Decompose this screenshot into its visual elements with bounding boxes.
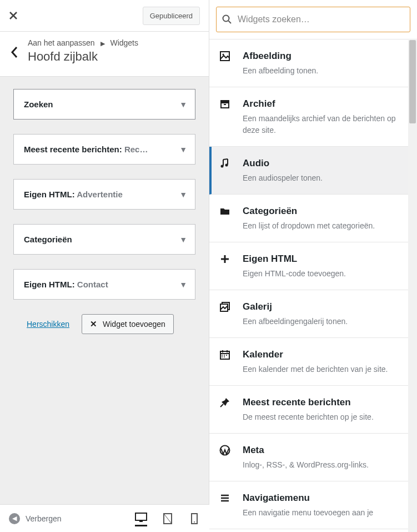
- widget-description: Een afbeelding tonen.: [243, 65, 408, 77]
- svg-point-11: [221, 165, 224, 168]
- breadcrumb-root: Aan het aanpassen: [28, 38, 95, 47]
- device-preview-toggles: [135, 511, 200, 526]
- svg-rect-1: [139, 521, 143, 522]
- collapse-icon: ◀: [9, 513, 20, 524]
- widget-title: Galerij: [243, 301, 408, 312]
- available-widgets-panel: AfbeeldingEen afbeelding tonen.ArchiefEe…: [209, 0, 417, 532]
- top-bar: Gepubliceerd: [0, 0, 209, 32]
- collapse-label: Verbergen: [26, 514, 62, 523]
- widget-item[interactable]: Eigen HTML: Contact ▼: [13, 269, 195, 300]
- calendar-icon: [219, 349, 232, 361]
- widget-title: Meest recente berichten: [243, 397, 408, 408]
- chevron-down-icon: ▼: [179, 235, 187, 244]
- menu-icon: [219, 493, 232, 505]
- available-widget-item[interactable]: Meest recente berichtenDe meest recente …: [209, 386, 417, 434]
- widget-title: Meta: [243, 445, 408, 456]
- widget-name: Eigen HTML: [24, 190, 72, 199]
- widget-description: Een afbeeldingengalerij tonen.: [243, 316, 408, 327]
- widget-title: Kalender: [243, 349, 408, 360]
- close-icon: [9, 11, 18, 20]
- widget-list: Zoeken ▼ Meest recente berichten: Rec… ▼…: [0, 77, 209, 532]
- available-widget-item[interactable]: GalerijEen afbeeldingengalerij tonen.: [209, 290, 417, 338]
- widget-item[interactable]: Meest recente berichten: Rec… ▼: [13, 134, 195, 165]
- add-widget-button[interactable]: ✕ Widget toevoegen: [82, 314, 174, 334]
- widget-description: Eigen HTML-code toevoegen.: [243, 268, 408, 280]
- back-button[interactable]: [1, 37, 28, 67]
- widget-description: Inlog-, RSS-, & WordPress.org-links.: [243, 459, 408, 471]
- widget-sub: Advertentie: [77, 190, 123, 199]
- scrollbar-thumb[interactable]: [409, 40, 416, 123]
- widget-description: Een navigatie menu toevoegen aan je: [243, 507, 408, 519]
- collapse-button[interactable]: ◀ Verbergen: [9, 513, 62, 524]
- available-widget-item[interactable]: CategorieënEen lijst of dropdown met cat…: [209, 195, 417, 242]
- customizer-sidebar: Gepubliceerd Aan het aanpassen ▶ Widgets…: [0, 0, 209, 532]
- publish-status[interactable]: Gepubliceerd: [143, 7, 200, 25]
- svg-point-4: [194, 521, 195, 523]
- available-widget-item[interactable]: AfbeeldingEen afbeelding tonen.: [209, 39, 417, 87]
- widget-description: Een maandelijks archief van de berichten…: [243, 113, 408, 136]
- footer-bar: ◀ Verbergen: [0, 504, 209, 532]
- chevron-down-icon: ▼: [179, 280, 187, 289]
- widget-name: Meest recente berichten: [24, 145, 119, 154]
- available-widget-item[interactable]: Eigen HTMLEigen HTML-code toevoegen.: [209, 242, 417, 290]
- widget-name: Categorieën: [24, 235, 72, 244]
- svg-rect-10: [224, 104, 226, 105]
- widget-name: Eigen HTML: [24, 280, 72, 289]
- chevron-left-icon: [11, 46, 18, 58]
- search-icon: [222, 14, 232, 24]
- reorder-button[interactable]: Herschikken: [27, 320, 69, 329]
- widget-item[interactable]: Categorieën ▼: [13, 224, 195, 255]
- widget-title: Archief: [243, 98, 408, 110]
- widget-description: De meest recente berichten op je site.: [243, 411, 408, 423]
- mobile-icon: [191, 513, 198, 524]
- close-button[interactable]: [0, 0, 27, 32]
- widget-sub: Rec…: [124, 145, 148, 154]
- svg-rect-9: [221, 103, 229, 108]
- chevron-down-icon: ▼: [179, 190, 187, 199]
- tablet-icon: [163, 513, 172, 524]
- wordpress-icon: [219, 445, 232, 457]
- widget-description: Een lijst of dropdown met categorieën.: [243, 220, 408, 232]
- device-mobile-button[interactable]: [188, 511, 200, 526]
- desktop-icon: [135, 513, 147, 523]
- chevron-down-icon: ▼: [179, 145, 187, 154]
- widget-title: Navigatiemenu: [243, 493, 408, 504]
- folder-icon: [219, 206, 232, 218]
- scrollbar[interactable]: [408, 40, 417, 532]
- widget-description: Een audiospeler tonen.: [243, 172, 408, 184]
- widget-sub: Contact: [77, 280, 108, 289]
- widget-title: Eigen HTML: [243, 253, 408, 265]
- device-desktop-button[interactable]: [135, 511, 147, 526]
- chevron-down-icon: ▼: [179, 100, 187, 109]
- svg-point-12: [225, 164, 228, 167]
- widget-catalog: AfbeeldingEen afbeelding tonen.ArchiefEe…: [209, 39, 417, 531]
- search-input[interactable]: [238, 14, 404, 24]
- widget-actions: Herschikken ✕ Widget toevoegen: [13, 314, 195, 341]
- svg-point-5: [223, 16, 229, 22]
- section-header: Aan het aanpassen ▶ Widgets Hoofd zijbal…: [0, 32, 209, 77]
- widget-description: Een kalender met de berichten van je sit…: [243, 364, 408, 375]
- widget-title: Categorieën: [243, 206, 408, 217]
- available-widget-item[interactable]: NavigatiemenuEen navigatie menu toevoege…: [209, 481, 417, 529]
- available-widget-item[interactable]: AudioEen audiospeler tonen.: [209, 147, 417, 195]
- breadcrumb: Aan het aanpassen ▶ Widgets: [28, 38, 138, 47]
- available-widget-item[interactable]: KalenderEen kalender met de berichten va…: [209, 338, 417, 386]
- pin-icon: [219, 397, 232, 409]
- widget-item[interactable]: Zoeken ▼: [13, 89, 195, 120]
- audio-icon: [219, 158, 232, 170]
- widget-name: Zoeken: [24, 100, 53, 109]
- widget-search-box[interactable]: [216, 7, 410, 32]
- device-tablet-button[interactable]: [162, 511, 174, 526]
- image-icon: [219, 51, 232, 63]
- widget-item[interactable]: Eigen HTML: Advertentie ▼: [13, 179, 195, 210]
- svg-rect-0: [135, 513, 147, 520]
- plus-icon: [219, 253, 232, 266]
- available-widget-item[interactable]: MetaInlog-, RSS-, & WordPress.org-links.: [209, 434, 417, 481]
- add-widget-label: Widget toevoegen: [103, 320, 165, 329]
- available-widget-item[interactable]: ArchiefEen maandelijks archief van de be…: [209, 87, 417, 147]
- widget-title: Afbeelding: [243, 51, 408, 62]
- archive-icon: [219, 98, 232, 111]
- breadcrumb-current: Widgets: [110, 38, 138, 47]
- widget-title: Audio: [243, 158, 408, 169]
- close-icon: ✕: [90, 319, 97, 329]
